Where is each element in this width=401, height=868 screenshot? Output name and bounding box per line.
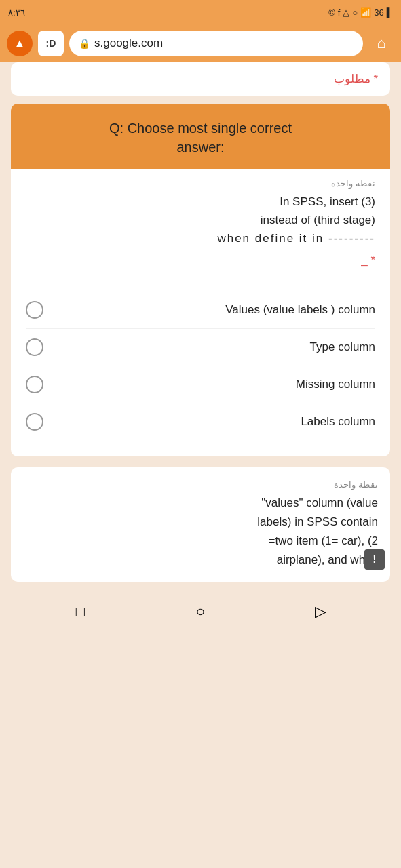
notification-dot: ! (364, 549, 385, 570)
next-card: نقطة واحدة values" column (value" labels… (11, 467, 390, 582)
browser-bar: ▲ :D 🔒 s.google.com ⌂ (0, 24, 401, 62)
status-wifi-icon: 📶 (360, 7, 371, 18)
question-header-line2: :answer (24, 138, 377, 157)
answer-card: نقطة واحدة In SPSS, insert (3) instead o… (11, 169, 390, 456)
status-circle-icon: ○ (352, 7, 358, 18)
next-card-line3: two item (1= car), (2= ! (23, 532, 378, 551)
url-text: s.google.com (94, 37, 163, 50)
question-body-line2: instead of (third stage) (26, 211, 375, 229)
radio-option-4[interactable] (26, 413, 43, 431)
question-body-line3: --------- when define it in (26, 229, 375, 248)
option-label-3: Missing column (52, 378, 375, 391)
option-label-2: Type column (52, 340, 375, 354)
option-item-2[interactable]: Type column (26, 329, 375, 366)
nav-triangle-button[interactable]: ▷ (307, 598, 335, 625)
page-content: * مطلوب Q: Choose most single correct :a… (0, 62, 401, 582)
question-header-line1: Q: Choose most single correct (24, 119, 377, 138)
nav-square-button[interactable]: □ (67, 598, 94, 625)
question-star-dash: * _ (26, 251, 375, 269)
back-button[interactable]: ▲ (7, 31, 33, 56)
next-card-points: نقطة واحدة (23, 479, 378, 490)
question-body-line1: In SPSS, insert (3) (26, 193, 375, 211)
options-list: Values (value labels ) column Type colum… (26, 292, 375, 440)
status-bar: ٨:٣٦ © f △ ○ 📶 36 ▌ (0, 0, 401, 24)
next-card-line2: labels) in SPSS contain (23, 513, 378, 532)
required-card: * مطلوب (11, 62, 390, 96)
option-label-1: Values (value labels ) column (52, 303, 375, 317)
question-points: نقطة واحدة (26, 178, 375, 189)
url-bar[interactable]: 🔒 s.google.com (69, 31, 363, 56)
radio-option-1[interactable] (26, 301, 43, 319)
status-triangle-icon: △ (343, 7, 349, 18)
lock-icon: 🔒 (79, 38, 90, 49)
option-item-4[interactable]: Labels column (26, 403, 375, 440)
status-icons: © f △ ○ 📶 36 ▌ (328, 7, 393, 18)
status-battery-icon: ▌ (387, 7, 393, 18)
next-card-line1: values" column (value" (23, 494, 378, 513)
nav-circle-button[interactable]: ○ (187, 598, 214, 625)
question-detail: نقطة واحدة In SPSS, insert (3) instead o… (26, 178, 375, 279)
d-button[interactable]: :D (38, 31, 64, 56)
bottom-nav: □ ○ ▷ (0, 593, 401, 631)
status-facebook-icon: f (338, 7, 341, 18)
option-item-1[interactable]: Values (value labels ) column (26, 292, 375, 329)
home-button[interactable]: ⌂ (368, 31, 394, 56)
status-time: ٨:٣٦ (8, 7, 25, 18)
next-card-line4: airplane), and when (23, 551, 378, 570)
question-header-card: Q: Choose most single correct :answer (11, 104, 390, 169)
option-label-4: Labels column (52, 415, 375, 429)
status-signal1: 36 (374, 7, 383, 18)
radio-option-3[interactable] (26, 376, 43, 393)
option-item-3[interactable]: Missing column (26, 366, 375, 403)
status-notification-icon: © (328, 7, 335, 18)
required-text: * مطلوب (23, 72, 378, 86)
radio-option-2[interactable] (26, 338, 43, 356)
